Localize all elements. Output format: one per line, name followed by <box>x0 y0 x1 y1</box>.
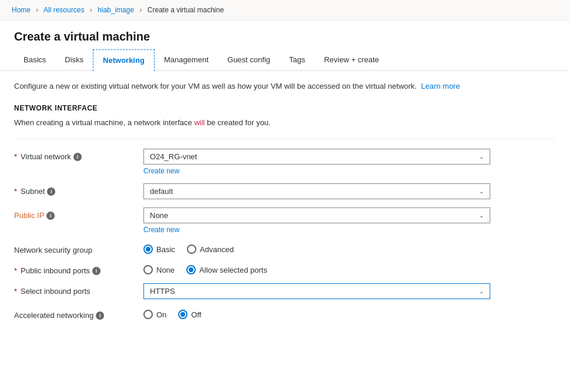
accelerated-networking-radio-group: On Off <box>143 307 555 319</box>
nsg-advanced-option[interactable]: Advanced <box>187 244 234 254</box>
tab-tags[interactable]: Tags <box>280 49 314 70</box>
accelerated-networking-control: On Off <box>143 307 555 319</box>
nsg-advanced-radio <box>187 244 196 254</box>
inbound-ports-none-radio <box>143 265 153 274</box>
accelerated-networking-info-icon[interactable]: i <box>96 311 104 320</box>
inbound-ports-radio-group: None Allow selected ports <box>143 263 555 274</box>
subnet-dropdown[interactable]: default ⌄ <box>143 183 490 199</box>
virtual-network-row: * Virtual network i O24_RG-vnet ⌄ Create… <box>14 149 555 175</box>
tab-basics[interactable]: Basics <box>14 49 55 70</box>
public-ip-label: Public IP i <box>14 207 143 220</box>
page-title: Create a virtual machine <box>0 21 569 49</box>
nsg-label: Network security group <box>14 242 143 254</box>
public-ip-create-new[interactable]: Create new <box>143 226 555 234</box>
select-inbound-ports-label: * Select inbound ports <box>14 283 143 296</box>
section-sub: When creating a virtual machine, a netwo… <box>14 117 555 129</box>
inbound-ports-allow-option[interactable]: Allow selected ports <box>186 265 267 274</box>
public-ip-chevron: ⌄ <box>479 212 484 219</box>
accelerated-networking-label: Accelerated networking i <box>14 307 143 320</box>
nsg-basic-radio <box>143 244 153 254</box>
tab-guest-config[interactable]: Guest config <box>218 49 280 70</box>
breadcrumb-all-resources[interactable]: All resources <box>43 6 84 14</box>
public-ip-info-icon[interactable]: i <box>46 212 55 220</box>
nsg-row: Network security group Basic Advanced <box>14 242 555 254</box>
virtual-network-create-new[interactable]: Create new <box>143 167 555 175</box>
breadcrumb-sep-1: › <box>36 6 38 14</box>
tab-management[interactable]: Management <box>155 49 218 70</box>
virtual-network-info-icon[interactable]: i <box>73 153 82 161</box>
public-ip-control: None ⌄ Create new <box>143 207 555 234</box>
select-inbound-ports-dropdown[interactable]: HTTPS ⌄ <box>143 283 490 299</box>
tab-review-create[interactable]: Review + create <box>314 49 389 70</box>
main-content: Configure a new or existing virtual netw… <box>0 71 569 342</box>
select-inbound-ports-row: * Select inbound ports HTTPS ⌄ <box>14 283 555 299</box>
public-ip-dropdown[interactable]: None ⌄ <box>143 207 490 223</box>
accelerated-networking-row: Accelerated networking i On Off <box>14 307 555 320</box>
breadcrumb-hiab-image[interactable]: hiab_image <box>98 6 134 14</box>
learn-more-link[interactable]: Learn more <box>421 82 460 91</box>
breadcrumb-current: Create a virtual machine <box>148 6 224 14</box>
subnet-chevron: ⌄ <box>479 188 484 195</box>
accelerated-networking-on-radio <box>143 310 153 319</box>
subnet-row: * Subnet i default ⌄ <box>14 183 555 199</box>
accelerated-networking-off-option[interactable]: Off <box>178 310 201 319</box>
inbound-ports-control: None Allow selected ports <box>143 263 555 274</box>
section-header: NETWORK INTERFACE <box>14 102 555 112</box>
inbound-ports-none-option[interactable]: None <box>143 265 175 274</box>
divider <box>14 139 555 139</box>
virtual-network-chevron: ⌄ <box>479 153 484 160</box>
info-text: Configure a new or existing virtual netw… <box>14 81 555 92</box>
public-ip-row: Public IP i None ⌄ Create new <box>14 207 555 234</box>
select-inbound-ports-chevron: ⌄ <box>479 288 484 294</box>
breadcrumb: Home › All resources › hiab_image › Crea… <box>0 0 569 21</box>
nsg-basic-option[interactable]: Basic <box>143 244 175 254</box>
breadcrumb-sep-2: › <box>90 6 92 14</box>
subnet-label: * Subnet i <box>14 183 143 196</box>
inbound-ports-label: * Public inbound ports i <box>14 263 143 275</box>
accelerated-networking-off-radio <box>178 310 188 319</box>
inbound-ports-info-icon[interactable]: i <box>92 267 101 275</box>
breadcrumb-sep-3: › <box>139 6 142 14</box>
inbound-ports-row: * Public inbound ports i None Allow sele… <box>14 263 555 275</box>
tab-disks[interactable]: Disks <box>55 49 93 70</box>
nsg-radio-group: Basic Advanced <box>143 242 555 254</box>
tab-networking[interactable]: Networking <box>93 49 155 71</box>
inbound-ports-allow-radio <box>186 265 196 274</box>
subnet-control: default ⌄ <box>143 183 555 199</box>
nsg-control: Basic Advanced <box>143 242 555 254</box>
subnet-info-icon[interactable]: i <box>47 187 55 196</box>
accelerated-networking-on-option[interactable]: On <box>143 310 166 319</box>
virtual-network-control: O24_RG-vnet ⌄ Create new <box>143 149 555 175</box>
tabs-bar: Basics Disks Networking Management Guest… <box>0 49 569 71</box>
virtual-network-dropdown[interactable]: O24_RG-vnet ⌄ <box>143 149 490 165</box>
select-inbound-ports-control: HTTPS ⌄ <box>143 283 555 299</box>
breadcrumb-home[interactable]: Home <box>12 6 31 14</box>
virtual-network-label: * Virtual network i <box>14 149 143 161</box>
